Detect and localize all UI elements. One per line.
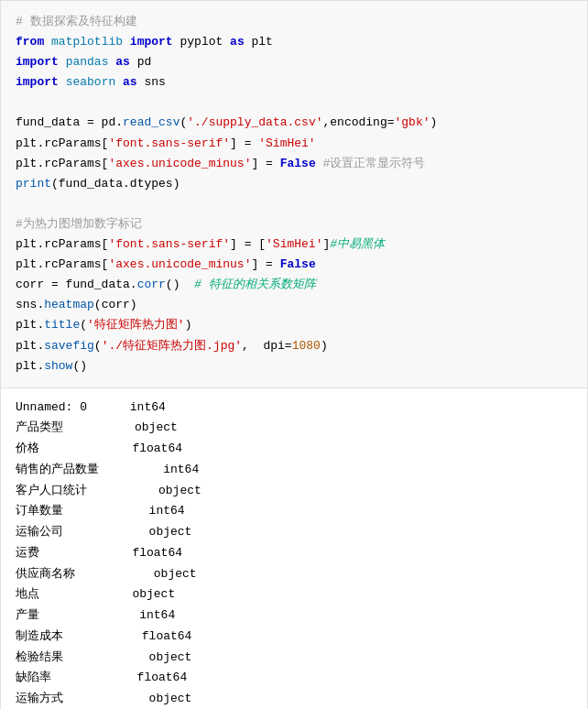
code-line9: plt.rcParams['axes.unicode_minus'] = Fal…	[16, 257, 316, 271]
import-line1: from matplotlib import pyplot as plt	[16, 35, 273, 49]
output-row-12: 检验结果 object	[16, 650, 191, 664]
import-line2: import pandas as pd	[16, 55, 151, 69]
code-line11: sns.heatmap(corr)	[16, 298, 137, 311]
output-row-14: 运输方式 object	[16, 692, 191, 705]
output-row-6: 运输公司 object	[16, 525, 191, 539]
code-line13: plt.savefig('./特征矩阵热力图.jpg', dpi=1080)	[16, 339, 328, 353]
output-row-7: 运费 float64	[16, 546, 182, 560]
output-block: Unnamed: 0 int64 产品类型 object 价格 float64 …	[0, 388, 588, 709]
code-line4: fund_data = pd.read_csv('./supply_data.c…	[16, 115, 437, 129]
import-line3: import seaborn as sns	[16, 75, 166, 89]
code-line8: plt.rcParams['font.sans-serif'] = ['SimH…	[16, 237, 385, 251]
code-line5: plt.rcParams['font.sans-serif'] = 'SimHe…	[16, 136, 316, 150]
code-block: # 数据探索及特征构建 from matplotlib import pyplo…	[0, 0, 588, 388]
code-line14: plt.show()	[16, 359, 87, 373]
output-row-10: 产量 int64	[16, 608, 175, 622]
code-line7: print(fund_data.dtypes)	[16, 177, 180, 191]
code-line12: plt.title('特征矩阵热力图')	[16, 318, 191, 332]
output-row-0: Unnamed: 0 int64	[16, 400, 166, 414]
code-line6: plt.rcParams['axes.unicode_minus'] = Fal…	[16, 157, 425, 170]
output-row-4: 客户人口统计 object	[16, 484, 201, 497]
output-row-3: 销售的产品数量 int64	[16, 463, 199, 476]
output-row-11: 制造成本 float64	[16, 629, 191, 643]
comment-line2: #为热力图增加数字标记	[16, 217, 142, 231]
output-row-5: 订单数量 int64	[16, 504, 185, 518]
output-row-1: 产品类型 object	[16, 420, 178, 434]
output-row-8: 供应商名称 object	[16, 567, 197, 581]
output-row-9: 地点 object	[16, 587, 175, 601]
comment-line1: # 数据探索及特征构建	[16, 15, 137, 28]
output-row-13: 缺陷率 float64	[16, 671, 187, 684]
output-row-2: 价格 float64	[16, 442, 182, 455]
code-line10: corr = fund_data.corr() # 特征的相关系数矩阵	[16, 278, 316, 291]
